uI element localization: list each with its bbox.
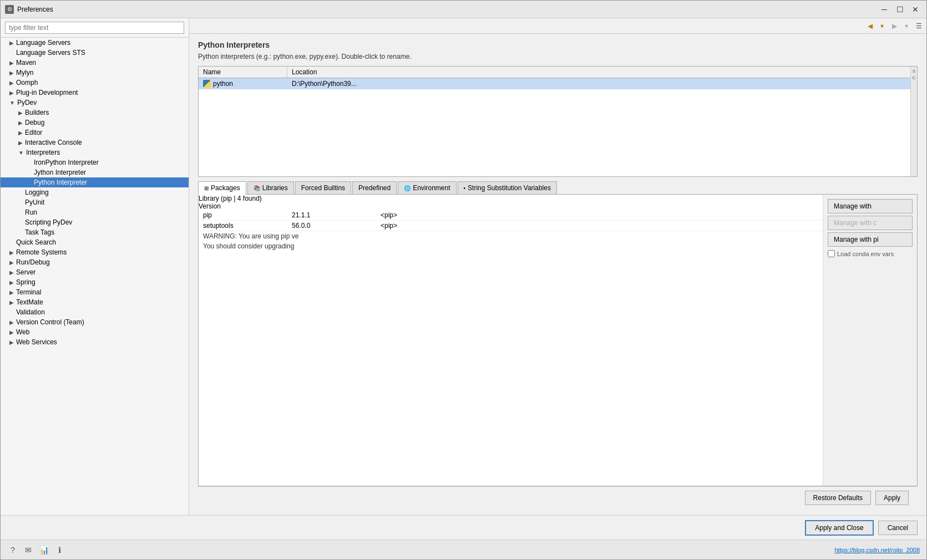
tree-item-quick-search[interactable]: ▶ Quick Search [1, 237, 189, 247]
tree-item-label: Oomph [16, 79, 38, 86]
tree-item-python-interpreter[interactable]: ▶ Python Interpreter [1, 177, 189, 187]
arrow-icon: ▶ [9, 250, 14, 256]
forward-button[interactable]: ▶ [889, 21, 900, 32]
tree-item-pyunit[interactable]: ▶ PyUnit [1, 197, 189, 207]
tree-item-language-servers[interactable]: ▶ Language Servers [1, 38, 189, 48]
cell-name: python [201, 79, 290, 88]
tree-item-maven[interactable]: ▶ Maven [1, 58, 189, 68]
tree-item-label: Maven [16, 59, 36, 67]
window-controls: ─ ☐ ✕ [878, 3, 922, 16]
tab-label: Predefined [358, 184, 391, 192]
scrollbar-s: S [913, 69, 915, 74]
tree-item-builders[interactable]: ▶ Builders [1, 108, 189, 118]
tree-item-run-debug[interactable]: ▶ Run/Debug [1, 257, 189, 267]
conda-checkbox-label: Load conda env vars [837, 251, 894, 257]
dialog-footer: Apply and Close Cancel [1, 515, 926, 539]
back-dropdown-button[interactable]: ▾ [877, 21, 888, 32]
tree-item-logging[interactable]: ▶ Logging [1, 187, 189, 197]
tab-environment[interactable]: 🌐 Environment [398, 181, 456, 194]
tree-item-spring[interactable]: ▶ Spring [1, 277, 189, 287]
tree-item-label: Web [16, 328, 29, 336]
packages-table-wrap: Library (pip | 4 found) Version pip 21.1… [199, 195, 823, 486]
tab-string-substitution[interactable]: • String Substitution Variables [458, 181, 557, 194]
tab-forced-builtins[interactable]: Forced Builtins [295, 181, 351, 194]
tree-item-pydev[interactable]: ▼ PyDev [1, 98, 189, 108]
stats-icon[interactable]: 📊 [38, 544, 49, 556]
tree-item-language-servers-sts[interactable]: ▶ Language Servers STS [1, 48, 189, 58]
tree-item-label: Task Tags [25, 228, 54, 236]
pkg-name: setuptools [203, 222, 292, 230]
col-name: Name [199, 67, 287, 78]
manage-with-button[interactable]: Manage with [828, 199, 913, 213]
app-icon: ⚙ [5, 5, 14, 14]
tree-item-debug[interactable]: ▶ Debug [1, 118, 189, 128]
left-panel: ▶ Language Servers ▶ Language Servers ST… [1, 18, 189, 515]
arrow-icon: ▶ [18, 110, 23, 116]
pkg-row-pip[interactable]: pip 21.1.1 <pip> [199, 210, 823, 221]
arrow-icon: ▶ [9, 289, 14, 296]
tree-item-task-tags[interactable]: ▶ Task Tags [1, 227, 189, 237]
tree-item-jython[interactable]: ▶ Jython Interpreter [1, 167, 189, 177]
tree-item-remote-systems[interactable]: ▶ Remote Systems [1, 247, 189, 257]
apply-button[interactable]: Apply [875, 491, 909, 505]
col-location: Location [287, 67, 376, 78]
info-icon[interactable]: ℹ [54, 544, 65, 556]
tree-item-version-control[interactable]: ▶ Version Control (Team) [1, 317, 189, 327]
tree-item-label: Spring [16, 278, 36, 286]
pkg-version: 56.0.0 [292, 222, 381, 230]
tree-item-validation[interactable]: ▶ Validation [1, 307, 189, 317]
maximize-button[interactable]: ☐ [893, 3, 906, 16]
window-title: Preferences [17, 6, 53, 13]
tree-item-label: Logging [25, 189, 49, 196]
help-icon[interactable]: ? [7, 544, 18, 556]
title-bar: ⚙ Preferences ─ ☐ ✕ [1, 1, 926, 18]
mail-icon[interactable]: ✉ [23, 544, 34, 556]
tab-packages[interactable]: ⊞ Packages [198, 181, 246, 195]
arrow-icon: ▶ [9, 60, 14, 66]
table-row[interactable]: python D:\Python\Python39... [199, 78, 917, 89]
restore-defaults-button[interactable]: Restore Defaults [805, 491, 871, 505]
scrollbar-c: C [913, 75, 916, 80]
tree-item-plugin-development[interactable]: ▶ Plug-in Development [1, 88, 189, 98]
menu-button[interactable]: ☰ [913, 21, 924, 32]
manage-with-pi-button[interactable]: Manage with pi [828, 232, 913, 247]
table-scrollbar[interactable]: S C [910, 67, 917, 176]
apply-close-button[interactable]: Apply and Close [805, 520, 873, 536]
tree-item-label: PyDev [17, 99, 37, 106]
tree-item-web[interactable]: ▶ Web [1, 327, 189, 337]
tab-libraries[interactable]: 📚 Libraries [247, 181, 294, 194]
table-header: Name Location [199, 67, 917, 78]
tree-item-mylyn[interactable]: ▶ Mylyn [1, 68, 189, 78]
right-area: ◀ ▾ ▶ ▾ ☰ Python Interpreters Python int… [189, 18, 926, 515]
tree-item-label: Mylyn [16, 69, 33, 77]
arrow-icon: ▶ [18, 120, 23, 126]
tree-item-interactive-console[interactable]: ▶ Interactive Console [1, 138, 189, 147]
tree-item-server[interactable]: ▶ Server [1, 267, 189, 277]
tree-item-textmate[interactable]: ▶ TextMate [1, 297, 189, 307]
tree-item-editor[interactable]: ▶ Editor [1, 128, 189, 138]
cancel-button[interactable]: Cancel [878, 521, 918, 535]
pkg-extra: <pip> [381, 222, 469, 230]
tab-predefined[interactable]: Predefined [352, 181, 397, 194]
footer-link[interactable]: https://blog.csdn.net/roito_2008 [835, 547, 920, 553]
manage-with-c-button[interactable]: Manage with c [828, 216, 913, 230]
tree-item-scripting-pydev[interactable]: ▶ Scripting PyDev [1, 217, 189, 227]
tree-item-oomph[interactable]: ▶ Oomph [1, 78, 189, 88]
tree-item-label: Language Servers [16, 39, 70, 47]
preferences-window: ⚙ Preferences ─ ☐ ✕ ▶ Language Servers ▶ [0, 0, 927, 560]
pkg-row-setuptools[interactable]: setuptools 56.0.0 <pip> [199, 221, 823, 231]
tree-item-ironpython[interactable]: ▶ IronPython Interpreter [1, 157, 189, 167]
filter-input[interactable] [5, 22, 184, 34]
tree-item-web-services[interactable]: ▶ Web Services [1, 337, 189, 347]
right-toolbar: ◀ ▾ ▶ ▾ ☰ [189, 18, 926, 34]
tree-item-run[interactable]: ▶ Run [1, 207, 189, 217]
arrow-icon: ▶ [9, 329, 14, 335]
tree-item-label: TextMate [16, 298, 43, 306]
back-button[interactable]: ◀ [864, 21, 875, 32]
tree-item-terminal[interactable]: ▶ Terminal [1, 287, 189, 297]
close-button[interactable]: ✕ [909, 3, 922, 16]
tree-item-interpreters[interactable]: ▼ Interpreters [1, 147, 189, 157]
minimize-button[interactable]: ─ [878, 3, 891, 16]
forward-dropdown-button[interactable]: ▾ [901, 21, 912, 32]
conda-checkbox[interactable] [828, 250, 835, 257]
